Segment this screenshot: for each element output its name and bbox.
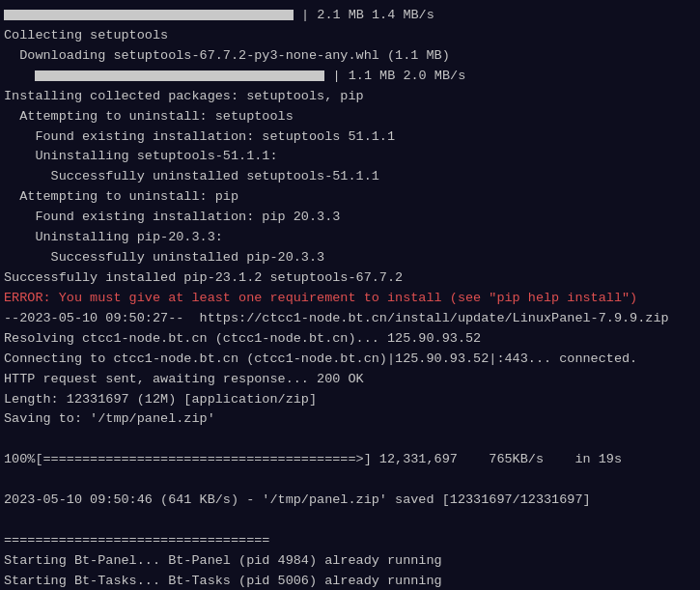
progress-bar-line: | 1.1 MB 2.0 MB/s [4, 67, 696, 87]
terminal-line: Uninstalling pip-20.3.3: [4, 228, 696, 248]
top-progress-line: | 2.1 MB 1.4 MB/s [4, 6, 696, 26]
terminal-line: Collecting setuptools [4, 26, 696, 46]
terminal-blank [4, 470, 696, 491]
terminal-window[interactable]: | 2.1 MB 1.4 MB/s Collecting setuptools … [0, 0, 700, 590]
terminal-blank [4, 511, 696, 531]
terminal-line: Saving to: '/tmp/panel.zip' [4, 409, 696, 430]
terminal-line: Successfully uninstalled pip-20.3.3 [4, 248, 696, 268]
terminal-bt-tasks-line: Starting Bt-Tasks... Bt-Tasks (pid 5006)… [4, 572, 696, 590]
terminal-download-progress: 100%[===================================… [4, 450, 696, 470]
terminal-line: Downloading setuptools-67.7.2-py3-none-a… [4, 46, 696, 67]
terminal-bt-panel-line: Starting Bt-Panel... Bt-Panel (pid 4984)… [4, 551, 696, 572]
terminal-line: Attempting to uninstall: setuptools [4, 107, 696, 127]
terminal-line: Uninstalling setuptools-51.1.1: [4, 147, 696, 167]
terminal-line: Installing collected packages: setuptool… [4, 87, 696, 107]
terminal-line: Successfully uninstalled setuptools-51.1… [4, 167, 696, 187]
terminal-line: HTTP request sent, awaiting response... … [4, 370, 696, 390]
terminal-line: Successfully installed pip-23.1.2 setupt… [4, 268, 696, 289]
terminal-separator: ================================== [4, 531, 696, 551]
terminal-line: Length: 12331697 (12M) [application/zip] [4, 390, 696, 410]
terminal-line: Found existing installation: setuptools … [4, 127, 696, 148]
terminal-connecting-line: Connecting to ctcc1-node.bt.cn (ctcc1-no… [4, 350, 696, 370]
terminal-line: Resolving ctcc1-node.bt.cn (ctcc1-node.b… [4, 329, 696, 350]
terminal-line: Attempting to uninstall: pip [4, 187, 696, 208]
terminal-blank [4, 430, 696, 450]
terminal-saved-line: 2023-05-10 09:50:46 (641 KB/s) - '/tmp/p… [4, 491, 696, 511]
terminal-line: --2023-05-10 09:50:27-- https://ctcc1-no… [4, 309, 696, 329]
terminal-line: Found existing installation: pip 20.3.3 [4, 208, 696, 228]
terminal-error-line: ERROR: You must give at least one requir… [4, 289, 696, 309]
